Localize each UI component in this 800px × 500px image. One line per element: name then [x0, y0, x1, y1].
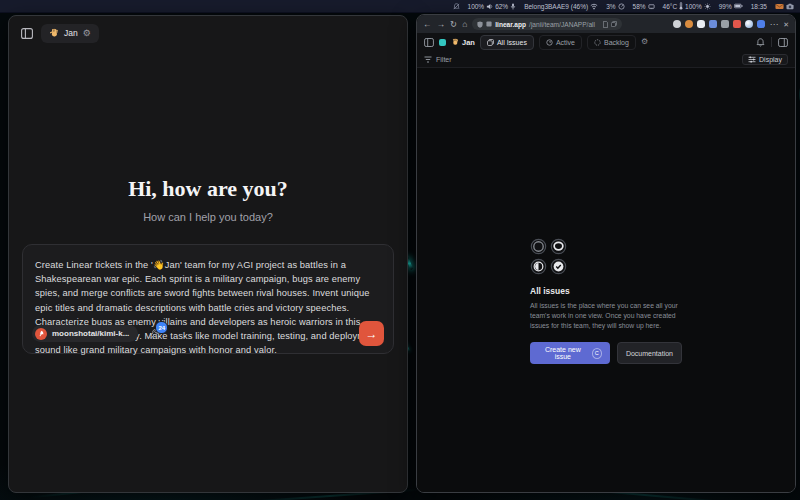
extension-icon-flag[interactable]	[709, 20, 717, 28]
tools-count-badge: 24	[155, 321, 168, 334]
mail-tray-icon	[775, 3, 784, 10]
url-path: /janii/team/JANAPP/all	[529, 21, 595, 28]
home-button[interactable]: ⌂	[462, 20, 467, 29]
header-divider	[771, 37, 772, 47]
chat-composer-card: Create Linear tickets in the '👋Jan' team…	[22, 244, 394, 354]
progress-circle-icon	[546, 39, 553, 46]
clock[interactable]: 18:35	[751, 3, 767, 10]
assistant-name-label: Jan	[64, 28, 78, 38]
create-new-issue-button[interactable]: Create new issue C	[530, 342, 610, 364]
issues-stack-icon	[487, 39, 494, 46]
empty-state-description: All issues is the place where you can se…	[530, 301, 682, 331]
all-issues-empty-state: All issues All issues is the place where…	[530, 238, 682, 364]
linear-app: Jan All Issues Active Backlog ⚙	[417, 33, 795, 492]
backlog-coin-icon	[530, 238, 547, 255]
temperature-value: 46°C	[663, 3, 678, 10]
done-coin-icon	[550, 258, 567, 275]
notifications-bell-icon[interactable]	[756, 38, 765, 47]
bell-muted-icon	[453, 3, 460, 10]
notifications-muted-indicator[interactable]	[453, 3, 460, 10]
team-breadcrumb[interactable]: Jan	[451, 38, 475, 47]
desktop-wallpaper: 100% 62% Belong3BAAE9 (46%) 3% 58% 46°C …	[0, 0, 800, 500]
model-provider-icon	[35, 328, 47, 340]
waving-hand-emoji-icon	[49, 28, 59, 38]
browser-close-button[interactable]: ✕	[783, 21, 789, 28]
mic-level: 62%	[495, 3, 508, 10]
browser-window: ← → ↻ ⌂ linear.app/janii/team/JANAPP/all	[416, 14, 796, 493]
documentation-button[interactable]: Documentation	[617, 342, 682, 364]
system-tray[interactable]	[775, 3, 794, 10]
extension-icon-globe[interactable]	[745, 20, 753, 28]
jan-greeting: Hi, how are you? How can I help you toda…	[9, 176, 407, 223]
extension-icon-1[interactable]	[673, 20, 681, 28]
assistant-settings-gear-icon[interactable]: ⚙	[83, 29, 91, 38]
browser-toolbar: ← → ↻ ⌂ linear.app/janii/team/JANAPP/all	[417, 15, 795, 33]
memory-indicator[interactable]: 58%	[633, 3, 655, 10]
forward-button[interactable]: →	[437, 20, 446, 29]
sliders-icon	[748, 56, 756, 63]
cpu-gauge-icon	[618, 3, 625, 10]
shield-icon	[477, 21, 483, 28]
tab-label: All Issues	[497, 39, 527, 46]
battery-level: 99%	[719, 3, 732, 10]
view-settings-gear-icon[interactable]: ⚙	[641, 38, 648, 46]
site-icon	[486, 21, 492, 27]
temperature-indicator[interactable]: 46°C 100%	[663, 2, 711, 10]
issue-status-illustration	[530, 238, 567, 275]
url-host: linear.app	[495, 21, 526, 28]
browser-menu-button[interactable]: ⋯	[770, 20, 779, 29]
assistant-selector[interactable]: Jan ⚙	[41, 24, 99, 43]
brightness-value: 100%	[685, 3, 702, 10]
sidebar-toggle-button[interactable]	[21, 28, 33, 39]
audio-levels[interactable]: 100% 62%	[468, 3, 517, 10]
extension-icon-cloud[interactable]	[697, 20, 705, 28]
wifi-indicator[interactable]: Belong3BAAE9 (46%)	[524, 3, 598, 10]
address-bar[interactable]: linear.app/janii/team/JANAPP/all	[472, 18, 622, 30]
tab-all-issues[interactable]: All Issues	[480, 35, 534, 50]
extension-icon-5[interactable]	[721, 20, 729, 28]
reload-button[interactable]: ↻	[450, 20, 457, 29]
memory-icon	[648, 3, 655, 10]
duplicate-tab-icon[interactable]	[611, 21, 617, 27]
jan-top-bar: Jan ⚙	[9, 16, 407, 50]
filter-icon	[424, 56, 432, 63]
cpu-indicator[interactable]: 3%	[606, 3, 624, 10]
bookmark-doc-icon[interactable]	[603, 21, 608, 28]
speaker-icon	[486, 3, 493, 10]
model-name-label: moonshotai/kimi-k...	[52, 329, 129, 338]
empty-state-actions: Create new issue C Documentation	[530, 342, 682, 364]
right-panel-toggle[interactable]	[778, 38, 788, 47]
send-button[interactable]: →	[359, 321, 384, 346]
create-new-issue-label: Create new issue	[538, 346, 588, 360]
camera-tray-icon	[786, 3, 794, 10]
empty-state-title: All issues	[530, 286, 682, 296]
cpu-usage: 3%	[606, 3, 615, 10]
back-button[interactable]: ←	[423, 20, 432, 29]
tab-label: Backlog	[604, 39, 629, 46]
volume-level: 100%	[468, 3, 485, 10]
extension-icon-cookie[interactable]	[685, 20, 693, 28]
workspace-avatar[interactable]	[439, 39, 446, 46]
display-button-label: Display	[759, 56, 782, 63]
battery-indicator[interactable]: 99%	[719, 3, 743, 10]
tab-active[interactable]: Active	[539, 35, 582, 50]
extension-icon-hand[interactable]	[757, 20, 765, 28]
in-progress-coin-icon	[530, 258, 547, 275]
display-button[interactable]: Display	[742, 54, 788, 65]
linear-sidebar-toggle[interactable]	[424, 38, 434, 47]
dashed-circle-icon	[594, 39, 601, 46]
linear-filter-bar: Filter Display	[417, 51, 795, 68]
todo-coin-icon	[550, 238, 567, 255]
tools-button[interactable]: 24	[148, 327, 161, 340]
model-selector-button[interactable]: moonshotai/kimi-k...	[32, 325, 138, 342]
microphone-icon	[510, 3, 516, 10]
battery-icon	[734, 3, 743, 9]
os-status-bar: 100% 62% Belong3BAAE9 (46%) 3% 58% 46°C …	[0, 0, 800, 13]
team-hand-emoji-icon	[451, 38, 459, 46]
extension-icon-blocker[interactable]	[733, 20, 741, 28]
greeting-title: Hi, how are you?	[9, 176, 407, 202]
jan-app-window: Jan ⚙ Hi, how are you? How can I help yo…	[8, 15, 408, 493]
tab-backlog[interactable]: Backlog	[587, 35, 636, 50]
thermometer-icon	[679, 2, 683, 10]
filter-button[interactable]: Filter	[436, 56, 452, 63]
